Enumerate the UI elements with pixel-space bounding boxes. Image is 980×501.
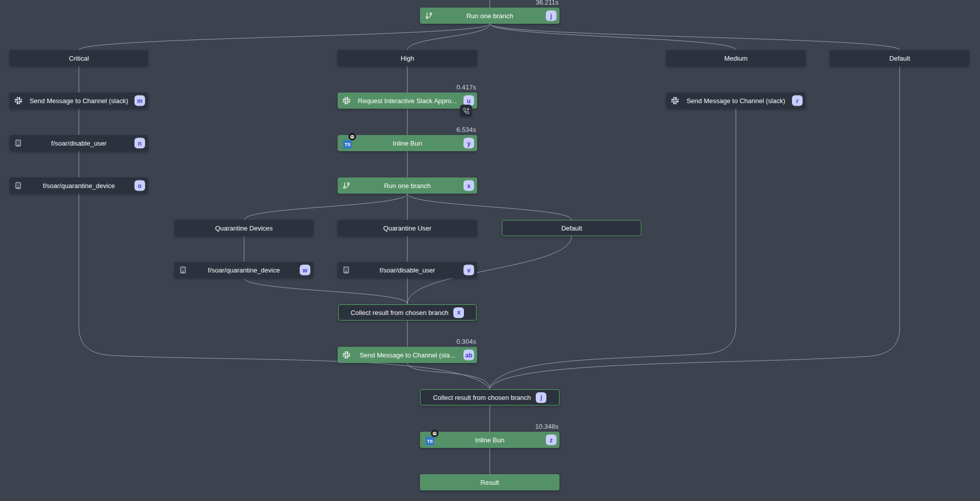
node-result[interactable]: Result [420, 474, 559, 490]
bun-icon [348, 132, 356, 141]
building-icon [179, 266, 186, 274]
edge [407, 194, 572, 220]
slack-icon [671, 97, 679, 105]
step-id-badge: ab [463, 350, 474, 360]
edge [79, 24, 490, 50]
branch-label: Quarantine Devices [215, 224, 272, 232]
building-icon [15, 182, 22, 189]
step-id-badge: z [546, 435, 556, 445]
edge [490, 109, 736, 387]
edge [244, 278, 407, 304]
node-label: Run one branch [384, 182, 431, 190]
slack-icon [343, 351, 350, 359]
step-id-badge: w [300, 265, 310, 276]
node-send-message-medium[interactable]: Send Message to Channel (slack) r [666, 93, 806, 109]
step-id-badge: m [134, 96, 145, 106]
node-send-message-critical[interactable]: Send Message to Channel (slack) m [10, 93, 148, 109]
branch-header-default-selected[interactable]: Default [502, 220, 641, 236]
step-id-badge: v [463, 265, 474, 276]
bun-icon [431, 429, 439, 437]
node-label: Request Interactive Slack Appro... [358, 97, 457, 105]
duration-label: 0.417s [456, 83, 476, 91]
branch-label: Medium [724, 55, 748, 62]
step-id-badge: x [463, 180, 474, 191]
node-label: Result [481, 479, 499, 486]
node-disable-user-critical[interactable]: f/soar/disable_user n [10, 135, 148, 151]
branch-label: Critical [69, 55, 89, 62]
slack-icon [15, 97, 22, 105]
branch-icon [343, 182, 350, 190]
branch-label: Default [889, 55, 910, 62]
branch-header-critical[interactable]: Critical [10, 50, 148, 66]
duration-label: 10.348s [535, 423, 558, 430]
node-request-slack-approval[interactable]: 0.417s Request Interactive Slack Appro..… [338, 93, 477, 109]
branch-label: Quarantine User [383, 224, 431, 232]
node-collect-result-outer[interactable]: Collect result from chosen branch j [420, 389, 559, 405]
duration-label: 36.211s [536, 0, 558, 6]
step-id-badge: x [453, 307, 464, 318]
edge [490, 24, 736, 50]
branch-icon [425, 12, 433, 20]
node-label: Send Message to Channel (slack) [686, 97, 785, 105]
step-id-badge: r [792, 96, 803, 106]
node-label: Send Message to Channel (sla... [360, 351, 455, 359]
node-label: Collect result from chosen branch [433, 394, 531, 401]
branch-header-high[interactable]: High [338, 50, 477, 66]
branch-header-default[interactable]: Default [830, 50, 969, 66]
node-label: Inline Bun [393, 140, 422, 147]
branch-label: Default [561, 224, 582, 232]
edge [244, 194, 407, 220]
flow-canvas[interactable]: 36.211s Run one branch j Critical High M… [0, 0, 980, 501]
node-label: f/soar/disable_user [51, 140, 107, 147]
step-id-badge: n [134, 138, 145, 149]
node-label: Run one branch [466, 12, 514, 20]
node-inline-bun-bottom[interactable]: 10.348s TS Inline Bun z [420, 432, 559, 448]
node-quarantine-device-critical[interactable]: f/soar/quarantine_device o [10, 177, 148, 194]
step-id-badge: o [134, 180, 145, 191]
edge [407, 24, 490, 50]
node-run-one-branch-top[interactable]: 36.211s Run one branch j [420, 8, 559, 24]
duration-label: 6.534s [456, 126, 476, 133]
branch-header-medium[interactable]: Medium [666, 50, 806, 66]
node-label: Collect result from chosen branch [351, 309, 449, 316]
node-inline-bun-high[interactable]: 6.534s TS Inline Bun y [338, 135, 477, 151]
step-id-badge: j [546, 11, 556, 21]
edge [490, 24, 900, 50]
branch-header-quarantine-user[interactable]: Quarantine User [338, 220, 477, 236]
node-label: Send Message to Channel (slack) [29, 97, 128, 105]
node-label: f/soar/quarantine_device [43, 182, 115, 190]
branch-label: High [401, 55, 414, 62]
typescript-icon: TS [343, 140, 352, 149]
node-collect-result-inner[interactable]: Collect result from chosen branch x [338, 304, 477, 321]
slack-icon [343, 97, 350, 105]
step-id-badge: y [463, 138, 474, 149]
node-label: f/soar/disable_user [380, 266, 435, 274]
building-icon [15, 140, 22, 147]
node-label: Inline Bun [475, 436, 504, 444]
node-quarantine-device-script[interactable]: f/soar/quarantine_device w [174, 262, 313, 278]
suspend-approval-icon [460, 105, 472, 117]
building-icon [343, 266, 350, 274]
edge [407, 363, 490, 389]
duration-label: 0.304s [456, 338, 476, 345]
node-run-one-branch-inner[interactable]: Run one branch x [338, 177, 477, 194]
flow-edges [0, 0, 980, 501]
typescript-icon: TS [426, 437, 434, 445]
step-id-badge: j [536, 392, 546, 403]
node-disable-user-script[interactable]: f/soar/disable_user v [338, 262, 477, 278]
node-send-message-high[interactable]: 0.304s Send Message to Channel (sla... a… [338, 347, 477, 363]
branch-header-quarantine-devices[interactable]: Quarantine Devices [174, 220, 313, 236]
node-label: f/soar/quarantine_device [208, 266, 279, 274]
